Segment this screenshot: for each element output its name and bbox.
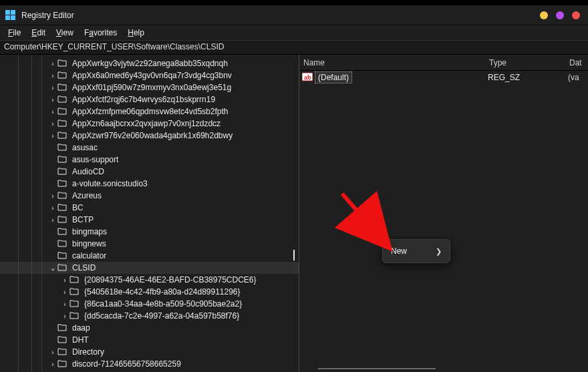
- tree-item[interactable]: ›BCTP: [0, 214, 299, 226]
- tree-item[interactable]: ›{dd5cacda-7c2e-4997-a62a-04a597b58f76}: [0, 310, 299, 322]
- value-name[interactable]: (Default): [315, 72, 351, 83]
- horizontal-scrollbar[interactable]: [318, 368, 436, 369]
- chevron-right-icon[interactable]: ›: [60, 313, 69, 320]
- folder-icon: [57, 155, 68, 164]
- tree-item[interactable]: ›DHT: [0, 334, 299, 346]
- tree-item[interactable]: ›AppXx6a0med6y43gv0vn6qa7r3vdg4cg3bnv: [0, 69, 299, 81]
- menu-help[interactable]: Help: [122, 27, 150, 39]
- tree-item-label: {dd5cacda-7c2e-4997-a62a-04a597b58f76}: [84, 311, 239, 321]
- tree-item-label: {20894375-46AE-46E2-BAFD-CB38975CDCE6}: [84, 275, 257, 285]
- tree-item-label: AppXzn6aajbcrxx2qvxjawp7v0xnj1zdzdcz: [72, 119, 220, 128]
- folder-icon: [57, 119, 68, 128]
- tree-item-label: asusac: [72, 143, 98, 152]
- tree-item-label: BC: [72, 203, 84, 212]
- folder-icon: [57, 143, 68, 152]
- tree: ›AppXwrkgv3vjytw2z92anega8abb35xqdnqh›Ap…: [0, 57, 299, 372]
- menu-edit[interactable]: Edit: [26, 27, 51, 39]
- context-menu-item-label: New: [391, 246, 407, 256]
- tree-item[interactable]: ›discord-712465656758665259: [0, 358, 299, 370]
- folder-icon: [57, 215, 68, 224]
- tree-item-label: AppXxfzmfpme06qpdmsvw8etc4vd5sb2fpth: [72, 107, 228, 116]
- tree-item[interactable]: ›bingnews: [0, 238, 299, 250]
- tree-item-label: Directory: [72, 347, 104, 357]
- context-menu-new[interactable]: New ❯: [383, 242, 450, 260]
- tree-item[interactable]: ›calculator: [0, 250, 299, 262]
- tree-item[interactable]: ›{86ca1aa0-34aa-4e8b-a509-50c905bae2a2}: [0, 298, 299, 310]
- titlebar: Registry Editor: [0, 5, 588, 25]
- maximize-dot[interactable]: [556, 11, 564, 19]
- close-dot[interactable]: [572, 11, 580, 19]
- tree-item-label: CLSID: [72, 263, 96, 272]
- tree-item[interactable]: ›asusac: [0, 142, 299, 154]
- tree-item-label: DHT: [72, 335, 89, 345]
- chevron-right-icon[interactable]: ›: [48, 120, 57, 128]
- column-data[interactable]: Dat: [565, 55, 588, 70]
- tree-item[interactable]: ›AppXxf01pj590w7z9mxmyv3nx0a9ewj3e51g: [0, 81, 299, 94]
- chevron-right-icon[interactable]: ›: [60, 289, 69, 296]
- tree-item[interactable]: ⌄CLSID: [0, 262, 299, 274]
- tree-item[interactable]: ›BC: [0, 202, 299, 214]
- tree-item[interactable]: ›AudioCD: [0, 166, 299, 178]
- tree-item-label: AppXzwr976v2e060wada4gabrk1x69h2dbwy: [72, 131, 233, 140]
- tree-item[interactable]: ›AppXzwr976v2e060wada4gabrk1x69h2dbwy: [0, 130, 299, 142]
- tree-item[interactable]: ›AppXzn6aajbcrxx2qvxjawp7v0xnj1zdzdcz: [0, 118, 299, 130]
- tree-item[interactable]: ›a-volute.sonicstudio3: [0, 178, 299, 190]
- top-fragment: [0, 0, 588, 5]
- tree-item-label: Azureus: [72, 191, 102, 200]
- folder-icon: [57, 335, 68, 345]
- tree-item[interactable]: ›Directory: [0, 346, 299, 358]
- folder-icon: [57, 323, 68, 333]
- chevron-right-icon[interactable]: ›: [48, 216, 57, 224]
- tree-item[interactable]: ›daap: [0, 322, 299, 334]
- tree-item[interactable]: ›AppXxfctf2rqj6c7b4wrvys6zq1bskprrn19: [0, 94, 299, 106]
- tree-item[interactable]: ›AppXwrkgv3vjytw2z92anega8abb35xqdnqh: [0, 57, 299, 69]
- folder-icon: [57, 59, 68, 68]
- chevron-down-icon[interactable]: ⌄: [48, 264, 57, 272]
- chevron-right-icon[interactable]: ›: [48, 192, 57, 200]
- chevron-right-icon[interactable]: ›: [60, 276, 69, 284]
- tree-item-label: a-volute.sonicstudio3: [72, 179, 148, 188]
- folder-icon: [57, 203, 68, 212]
- menu-favorites[interactable]: Favorites: [79, 27, 122, 39]
- chevron-right-icon[interactable]: ›: [60, 301, 69, 308]
- menu-file[interactable]: File: [3, 27, 26, 39]
- folder-icon: [57, 71, 68, 80]
- chevron-right-icon[interactable]: ›: [48, 132, 57, 140]
- chevron-right-icon[interactable]: ›: [48, 84, 57, 91]
- folder-icon: [57, 347, 68, 357]
- tree-item[interactable]: ›bingmaps: [0, 226, 299, 238]
- column-name[interactable]: Name: [299, 55, 485, 70]
- values-header: Name Type Dat: [299, 55, 588, 71]
- folder-icon: [57, 359, 68, 369]
- tree-item[interactable]: ›{20894375-46AE-46E2-BAFD-CB38975CDCE6}: [0, 274, 299, 286]
- folder-icon: [57, 167, 68, 176]
- value-type: REG_SZ: [488, 73, 568, 82]
- tree-item-label: {5405618e-4c42-4fb9-a80a-d24d89911296}: [84, 287, 241, 297]
- tree-item-label: BCTP: [72, 215, 94, 224]
- value-row[interactable]: ab (Default) REG_SZ (va: [299, 71, 588, 84]
- svg-text:ab: ab: [304, 74, 311, 81]
- chevron-right-icon[interactable]: ›: [48, 60, 57, 67]
- tree-item[interactable]: ›{5405618e-4c42-4fb9-a80a-d24d89911296}: [0, 286, 299, 298]
- insertion-caret: [293, 250, 295, 260]
- menu-view[interactable]: View: [51, 27, 79, 39]
- chevron-right-icon[interactable]: ›: [48, 96, 57, 104]
- folder-icon: [69, 287, 80, 297]
- tree-item[interactable]: ›AppXxfzmfpme06qpdmsvw8etc4vd5sb2fpth: [0, 106, 299, 118]
- value-data: (va: [568, 73, 579, 82]
- tree-item-label: AppXxf01pj590w7z9mxmyv3nx0a9ewj3e51g: [72, 83, 231, 92]
- chevron-right-icon[interactable]: ›: [48, 361, 57, 368]
- chevron-right-icon[interactable]: ›: [48, 72, 57, 79]
- tree-item[interactable]: ›asus-support: [0, 154, 299, 166]
- column-type[interactable]: Type: [485, 55, 565, 70]
- chevron-right-icon[interactable]: ›: [48, 349, 57, 356]
- main-split: ›AppXwrkgv3vjytw2z92anega8abb35xqdnqh›Ap…: [0, 55, 588, 372]
- address-bar[interactable]: Computer\HKEY_CURRENT_USER\Software\Clas…: [0, 40, 588, 55]
- tree-item[interactable]: ›Azureus: [0, 190, 299, 202]
- minimize-dot[interactable]: [540, 11, 548, 19]
- chevron-right-icon[interactable]: ›: [48, 204, 57, 212]
- menubar: File Edit View Favorites Help: [0, 25, 588, 40]
- app-icon: [5, 10, 16, 21]
- tree-item-label: AppXwrkgv3vjytw2z92anega8abb35xqdnqh: [72, 59, 228, 68]
- chevron-right-icon[interactable]: ›: [48, 108, 57, 116]
